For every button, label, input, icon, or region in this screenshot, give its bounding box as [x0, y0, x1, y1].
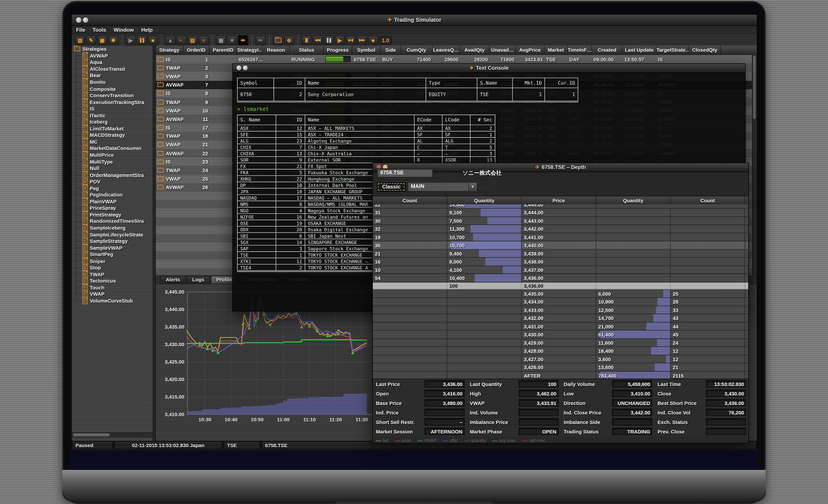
sidebar-item-smartpeg[interactable]: SmartPeg — [72, 251, 153, 258]
depth-ask-row[interactable]: 3,429.0011,60024 — [373, 339, 748, 347]
column-header-strategyi-[interactable]: StrategyI… — [237, 45, 262, 54]
sidebar-item-limittomarket[interactable]: LimitToMarket — [72, 125, 153, 132]
column-header-created[interactable]: Created — [592, 45, 623, 54]
play-icon[interactable]: ▶ — [335, 35, 345, 45]
sidebar-item-samplestrategy[interactable]: SampleStrategy — [72, 238, 153, 245]
chevron-down-icon[interactable]: ▼ — [468, 183, 476, 191]
area-chart-icon[interactable]: ▲ — [165, 35, 175, 45]
sidebar-item-null[interactable]: Null — [72, 165, 153, 172]
bank-icon[interactable]: ♜ — [301, 35, 312, 45]
sidebar-item-pov[interactable]: POV — [72, 178, 153, 185]
sidebar-item-sampleiceberg[interactable]: SampleIceberg — [72, 224, 153, 231]
depth-bid-row[interactable]: 3211,3003,442.00 — [373, 225, 748, 233]
depth-ask-row[interactable]: 3,431.0021,00044 — [373, 322, 748, 331]
sidebar-item-itactic[interactable]: ITactic — [72, 112, 153, 119]
depth-bid-row[interactable]: 168,0003,438.00 — [373, 258, 748, 266]
depth-ask-row[interactable]: 3,426.0013,60021 — [373, 363, 748, 371]
step-forward-icon[interactable]: ▶▮ — [346, 35, 356, 45]
sidebar-item-stop[interactable]: Stop — [72, 264, 153, 271]
column-header-parentid[interactable]: ParentID — [210, 45, 237, 54]
sidebar-item-pegindication[interactable]: PegIndication — [72, 192, 153, 198]
menu-item-window[interactable]: Window — [114, 27, 134, 33]
column-header-cumqty[interactable]: CumQty — [401, 45, 432, 54]
sidebar-item-pricespray[interactable]: PriceSpray — [72, 205, 153, 211]
depth-col-count[interactable]: Count — [373, 197, 447, 205]
app-titlebar[interactable]: ✈Trading Simulator — [72, 15, 757, 26]
sidebar-item-sniper[interactable]: Sniper — [72, 258, 153, 264]
depth-ask-row[interactable]: 3,433.0012,50033 — [373, 306, 748, 314]
sidebar-item-samplelifecyclestrate[interactable]: SampleLifecycleStrate — [72, 231, 153, 238]
sidebar-item-multitype[interactable]: MultiType — [72, 158, 153, 165]
list-icon[interactable]: ≡ — [199, 35, 208, 45]
sidebar-item-atclosetransit[interactable]: AtCloseTransit — [72, 66, 153, 72]
settings-gears-icon[interactable]: ✱ — [108, 35, 118, 45]
sidebar-item-bonito[interactable]: Bonito — [72, 79, 153, 85]
sidebar-item-mc[interactable]: MC — [72, 138, 153, 145]
column-header-reason[interactable]: Reason — [262, 45, 290, 54]
sidebar-item-printstrategy[interactable]: PrintStrategy — [72, 211, 153, 218]
globe-icon[interactable]: ⊕ — [284, 35, 294, 45]
folder-icon[interactable] — [273, 35, 283, 45]
depth-symbol-input[interactable]: 6758.TSE — [377, 168, 433, 177]
column-header-unavail-[interactable]: Unavail… — [490, 45, 516, 54]
column-header-last-update[interactable]: Last Update — [622, 45, 656, 54]
column-header-status[interactable]: Status — [290, 45, 324, 54]
sidebar-item-randomizedtimesstra[interactable]: RandomizedTimesStra — [72, 218, 153, 224]
menu-item-help[interactable]: Help — [141, 27, 153, 33]
copy-icon[interactable]: ▣ — [97, 35, 107, 45]
rewind-icon[interactable]: ◀◀ — [313, 35, 323, 45]
column-header-progress[interactable]: Progress — [324, 45, 352, 54]
sidebar-item-is[interactable]: IS — [72, 105, 153, 112]
journal-icon[interactable]: ▤ — [188, 35, 198, 45]
depth-bid-row[interactable]: 219,4003,439.00 — [373, 250, 748, 258]
sidebar-item-tectonicus[interactable]: Tectonicus — [72, 278, 153, 284]
table-row[interactable]: IS16526267…RUNNING6758.TSEBUY71400286002… — [156, 55, 757, 64]
run-icon[interactable]: ▶ — [126, 35, 136, 45]
depth-col-quantity[interactable]: Quantity — [447, 197, 522, 205]
sidebar-item-ordermanagementstra[interactable]: OrderManagementStra — [72, 171, 153, 178]
scrollbar-thumb[interactable] — [73, 433, 110, 436]
depth-bid-row[interactable]: 319,1003,444.00 — [373, 208, 748, 217]
sidebar-item-executiontrackingstra[interactable]: ExecutionTrackingStra — [72, 98, 153, 105]
column-header-closedqty[interactable]: ClosedQty — [689, 45, 721, 54]
sidebar-item-twap[interactable]: TWAP — [72, 271, 153, 278]
depth-col-quantity[interactable]: Quantity — [596, 197, 670, 205]
console-icon[interactable]: >_ — [176, 35, 186, 45]
panel-splitter[interactable] — [153, 45, 156, 442]
column-header-side[interactable]: Side — [381, 45, 401, 54]
sidebar-item-aqua[interactable]: Aqua — [72, 59, 153, 66]
depth-ask-row[interactable]: 3,434.0010,90028 — [373, 298, 748, 306]
depth-col-price[interactable]: Price — [522, 197, 596, 205]
depth-ask-row[interactable]: 3,435.006,00025 — [373, 290, 748, 298]
column-header-avgprice[interactable]: AvgPrice — [516, 45, 544, 54]
new-file-icon[interactable]: ▤ — [75, 35, 85, 45]
sidebar-item-peg[interactable]: Peg — [72, 185, 153, 192]
column-header-strategy[interactable]: Strategy — [156, 45, 183, 54]
sidebar-item-marketdataconsumin[interactable]: MarketDataConsumin — [72, 145, 153, 152]
stop-playback-icon[interactable]: ■ — [368, 35, 378, 45]
pencil-icon[interactable]: ✏ — [238, 35, 248, 45]
stop-icon[interactable]: ■ — [148, 35, 158, 45]
console-titlebar[interactable]: ✈Text Console — [233, 64, 745, 73]
last-trade-row[interactable]: 1003,436.00 — [373, 282, 748, 290]
sidebar-item-vwap[interactable]: VWAP — [72, 291, 153, 297]
tab-alerts[interactable]: Alerts — [160, 276, 186, 284]
depth-bid-row[interactable]: 3615,7003,440.00 — [373, 241, 748, 250]
board-dropdown[interactable]: MAIN ▼ — [408, 182, 478, 192]
depth-bid-row[interactable]: 104,1003,437.00 — [373, 266, 748, 274]
column-header-timeinf-[interactable]: TimeInF… — [568, 45, 592, 54]
sidebar-item-composite[interactable]: Composite — [72, 85, 153, 92]
depth-ask-row[interactable]: 3,427.003,60012 — [373, 355, 748, 363]
pause-playback-icon[interactable] — [324, 35, 334, 45]
depth-col-count[interactable]: Count — [671, 197, 745, 205]
sidebar-item-iceberg[interactable]: Iceberg — [72, 119, 153, 125]
pause-icon[interactable] — [137, 35, 147, 45]
sidebar-item-multiprice[interactable]: MultiPrice — [72, 152, 153, 158]
bar-chart-icon[interactable]: ▦ — [216, 35, 226, 45]
menu-item-tools[interactable]: Tools — [92, 27, 106, 33]
orders-vertical-scrollbar[interactable] — [752, 54, 757, 275]
column-header-targetstrate-[interactable]: TargetStrate… — [656, 45, 689, 54]
column-header-leavesq-[interactable]: LeavesQ… — [432, 45, 460, 54]
column-header-market[interactable]: Market — [544, 45, 568, 54]
sidebar-item-samplevwap[interactable]: SampleVWAP — [72, 244, 153, 251]
